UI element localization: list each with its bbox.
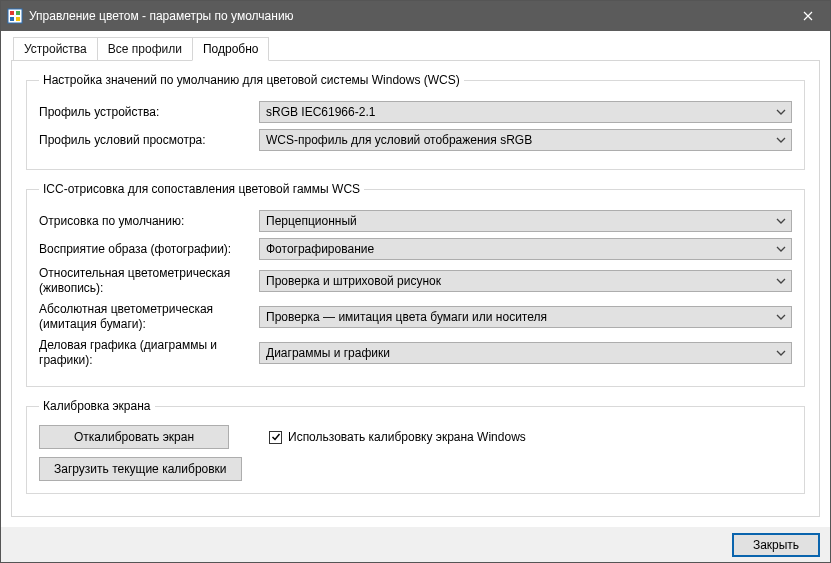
chevron-down-icon <box>775 347 787 359</box>
tab-devices[interactable]: Устройства <box>13 37 98 61</box>
tab-all-profiles[interactable]: Все профили <box>97 37 193 61</box>
tab-label: Все профили <box>108 42 182 56</box>
close-button[interactable]: Закрыть <box>732 533 820 557</box>
button-label: Откалибровать экран <box>74 430 194 444</box>
dropdown-business[interactable]: Диаграммы и графики <box>259 342 792 364</box>
tab-label: Подробно <box>203 42 259 56</box>
tabstrip: Устройства Все профили Подробно <box>11 37 820 61</box>
dropdown-perceptual[interactable]: Фотографирование <box>259 238 792 260</box>
window-title: Управление цветом - параметры по умолчан… <box>29 9 785 23</box>
dropdown-value: sRGB IEC61966-2.1 <box>266 105 375 119</box>
dropdown-value: Проверка — имитация цвета бумаги или нос… <box>266 310 547 324</box>
svg-rect-4 <box>16 17 20 21</box>
chevron-down-icon <box>775 243 787 255</box>
dropdown-absolute[interactable]: Проверка — имитация цвета бумаги или нос… <box>259 306 792 328</box>
svg-rect-1 <box>10 11 14 15</box>
group-legend: Калибровка экрана <box>39 399 155 413</box>
row-viewing-conditions: Профиль условий просмотра: WCS-профиль д… <box>39 129 792 151</box>
titlebar: Управление цветом - параметры по умолчан… <box>1 1 830 31</box>
group-legend: ICC-отрисовка для сопоставления цветовой… <box>39 182 364 196</box>
chevron-down-icon <box>775 275 787 287</box>
label-business: Деловая графика (диаграммы и графики): <box>39 338 259 368</box>
dropdown-value: Диаграммы и графики <box>266 346 390 360</box>
label-default-rendering: Отрисовка по умолчанию: <box>39 214 259 229</box>
dropdown-default-rendering[interactable]: Перцепционный <box>259 210 792 232</box>
dropdown-value: Перцепционный <box>266 214 357 228</box>
tab-label: Устройства <box>24 42 87 56</box>
dialog-footer: Закрыть <box>1 527 830 562</box>
button-label: Закрыть <box>753 538 799 552</box>
chevron-down-icon <box>775 215 787 227</box>
checkbox-box-icon <box>269 431 282 444</box>
dropdown-value: Фотографирование <box>266 242 374 256</box>
app-icon <box>7 8 23 24</box>
group-icc-rendering: ICC-отрисовка для сопоставления цветовой… <box>26 182 805 387</box>
svg-rect-3 <box>10 17 14 21</box>
label-absolute: Абсолютная цветометрическая (имитация бу… <box>39 302 259 332</box>
dropdown-value: Проверка и штриховой рисунок <box>266 274 441 288</box>
checkbox-label: Использовать калибровку экрана Windows <box>288 430 526 444</box>
tab-panel-details: Настройка значений по умолчанию для цвет… <box>11 60 820 517</box>
use-windows-calibration-checkbox[interactable]: Использовать калибровку экрана Windows <box>269 430 526 444</box>
dropdown-viewing-conditions[interactable]: WCS-профиль для условий отображения sRGB <box>259 129 792 151</box>
row-relative: Относительная цветометрическая (живопись… <box>39 266 792 296</box>
row-perceptual: Восприятие образа (фотографии): Фотограф… <box>39 238 792 260</box>
row-device-profile: Профиль устройства: sRGB IEC61966-2.1 <box>39 101 792 123</box>
chevron-down-icon <box>775 106 787 118</box>
label-relative: Относительная цветометрическая (живопись… <box>39 266 259 296</box>
dropdown-device-profile[interactable]: sRGB IEC61966-2.1 <box>259 101 792 123</box>
svg-rect-2 <box>16 11 20 15</box>
group-wcs-defaults: Настройка значений по умолчанию для цвет… <box>26 73 805 170</box>
chevron-down-icon <box>775 311 787 323</box>
label-perceptual: Восприятие образа (фотографии): <box>39 242 259 257</box>
row-default-rendering: Отрисовка по умолчанию: Перцепционный <box>39 210 792 232</box>
group-legend: Настройка значений по умолчанию для цвет… <box>39 73 464 87</box>
dropdown-value: WCS-профиль для условий отображения sRGB <box>266 133 532 147</box>
tab-details[interactable]: Подробно <box>192 37 270 61</box>
client-area: Устройства Все профили Подробно Настройк… <box>1 31 830 527</box>
label-viewing-conditions: Профиль условий просмотра: <box>39 133 259 148</box>
close-window-button[interactable] <box>785 1 830 31</box>
row-absolute: Абсолютная цветометрическая (имитация бу… <box>39 302 792 332</box>
group-calibration: Калибровка экрана Откалибровать экран Ис… <box>26 399 805 494</box>
label-device-profile: Профиль устройства: <box>39 105 259 120</box>
calibrate-screen-button[interactable]: Откалибровать экран <box>39 425 229 449</box>
window: Управление цветом - параметры по умолчан… <box>0 0 831 563</box>
row-business: Деловая графика (диаграммы и графики): Д… <box>39 338 792 368</box>
load-current-calibrations-button[interactable]: Загрузить текущие калибровки <box>39 457 242 481</box>
dropdown-relative[interactable]: Проверка и штриховой рисунок <box>259 270 792 292</box>
button-label: Загрузить текущие калибровки <box>54 462 227 476</box>
chevron-down-icon <box>775 134 787 146</box>
